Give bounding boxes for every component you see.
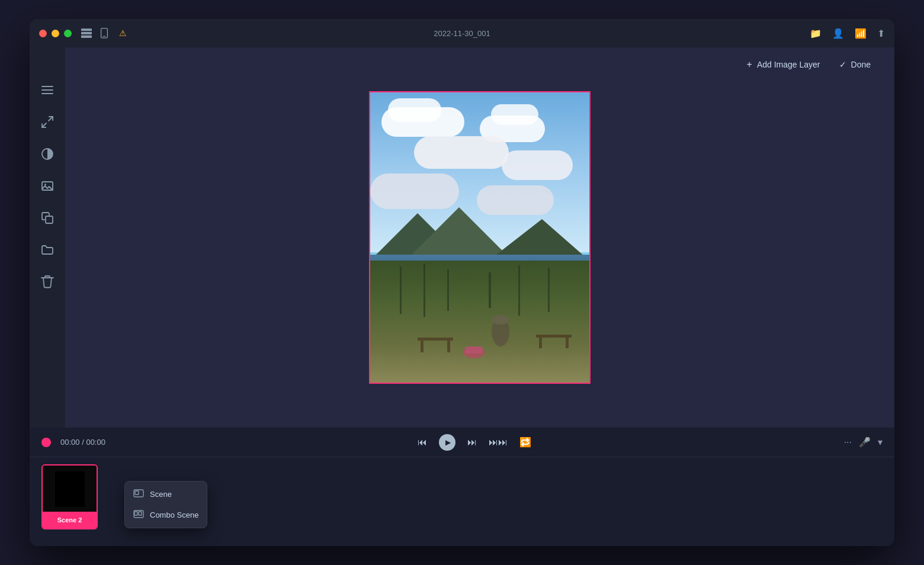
svg-rect-17 xyxy=(400,267,402,314)
svg-point-24 xyxy=(492,315,509,325)
record-button[interactable] xyxy=(41,438,51,447)
more-options-button[interactable]: ··· xyxy=(844,437,852,448)
warning-icon: ⚠ xyxy=(119,28,127,38)
time-display: 00:00 / 00:00 xyxy=(60,438,105,447)
cloud-4 xyxy=(491,104,538,125)
svg-line-9 xyxy=(42,123,46,127)
context-menu-scene[interactable]: Scene xyxy=(125,484,207,505)
svg-rect-36 xyxy=(134,512,137,515)
copy-tool[interactable] xyxy=(38,211,56,225)
scene-thumb-preview xyxy=(43,466,97,513)
app-window: ⚠ 2022-11-30_001 📁 👤 📶 ⬆ xyxy=(30,19,894,546)
skip-forward-button[interactable]: ⏭ xyxy=(467,437,477,448)
svg-rect-37 xyxy=(139,512,142,515)
transport-right: ··· 🎤 ▾ xyxy=(844,436,883,448)
user-icon-top[interactable]: 👤 xyxy=(832,28,844,39)
scene-label: Scene 2 xyxy=(43,512,97,528)
add-image-layer-button[interactable]: + Add Image Layer xyxy=(747,59,820,70)
svg-rect-13 xyxy=(46,216,53,223)
broadcast-icon-top[interactable]: 📶 xyxy=(855,28,867,39)
context-menu: Scene Combo Scene xyxy=(124,481,207,528)
window-title: 2022-11-30_001 xyxy=(434,29,490,38)
svg-rect-29 xyxy=(539,338,542,348)
svg-rect-21 xyxy=(518,265,520,316)
scene-thumb-image xyxy=(55,471,85,507)
svg-point-12 xyxy=(44,184,46,185)
svg-rect-26 xyxy=(421,341,424,352)
svg-rect-30 xyxy=(566,338,569,348)
trash-tool[interactable] xyxy=(38,275,56,289)
svg-rect-32 xyxy=(465,346,483,354)
phone-icon[interactable] xyxy=(99,29,110,37)
contrast-tool[interactable] xyxy=(38,147,56,161)
skip-to-start-button[interactable]: ⏮ xyxy=(418,437,427,448)
done-button[interactable]: ✓ Done xyxy=(839,60,871,69)
svg-rect-27 xyxy=(447,341,450,352)
transport-bar: 00:00 / 00:00 ⏮ ▶ ⏭ ⏭⏭ 🔁 ··· 🎤 ▾ xyxy=(30,428,894,457)
svg-rect-2 xyxy=(81,36,92,38)
svg-rect-18 xyxy=(424,264,425,317)
title-bar-icons: ⚠ xyxy=(81,28,127,38)
svg-line-8 xyxy=(49,117,53,121)
svg-rect-34 xyxy=(135,491,139,495)
cloud-6 xyxy=(502,150,573,180)
timeline-area: Scene 2 Scene xyxy=(30,457,894,546)
checkmark-icon: ✓ xyxy=(839,60,846,69)
ground-layer xyxy=(370,261,589,383)
scene-image-preview xyxy=(369,91,591,384)
scene-canvas xyxy=(370,92,589,383)
main-content: + Add Image Layer ✓ Done xyxy=(30,47,894,428)
title-bar-right-icons: 📁 👤 📶 ⬆ xyxy=(810,28,885,39)
plus-icon: + xyxy=(747,59,752,70)
scene-menu-icon xyxy=(133,489,144,500)
sidebar-toggle-icon[interactable] xyxy=(81,29,92,37)
scene-menu-label: Scene xyxy=(150,490,172,499)
combo-scene-menu-icon xyxy=(133,509,144,521)
combo-scene-menu-label: Combo Scene xyxy=(150,511,198,519)
cloud-2 xyxy=(388,98,441,122)
svg-rect-0 xyxy=(81,29,92,31)
mountain-layer xyxy=(370,201,589,261)
maximize-button[interactable] xyxy=(64,30,72,37)
left-sidebar xyxy=(30,47,65,428)
svg-rect-19 xyxy=(447,269,449,311)
share-icon-top[interactable]: ⬆ xyxy=(877,28,885,39)
svg-rect-1 xyxy=(81,33,92,34)
chevron-down-icon[interactable]: ▾ xyxy=(878,436,883,448)
image-toolbar: + Add Image Layer ✓ Done xyxy=(747,59,871,70)
minimize-button[interactable] xyxy=(52,30,59,37)
close-button[interactable] xyxy=(39,30,47,37)
bottom-panel: 00:00 / 00:00 ⏮ ▶ ⏭ ⏭⏭ 🔁 ··· 🎤 ▾ xyxy=(30,428,894,546)
microphone-button[interactable]: 🎤 xyxy=(859,436,871,448)
transform-tool[interactable] xyxy=(38,115,56,129)
cloud-5 xyxy=(414,136,509,169)
folder-tool[interactable] xyxy=(38,243,56,257)
svg-rect-28 xyxy=(536,335,572,338)
layers-tool[interactable] xyxy=(38,83,56,97)
traffic-lights xyxy=(39,30,72,37)
folder-icon-top[interactable]: 📁 xyxy=(810,28,822,39)
svg-rect-20 xyxy=(489,272,491,308)
image-tool[interactable] xyxy=(38,179,56,193)
scene-thumbnail[interactable]: Scene 2 xyxy=(41,464,98,529)
title-bar: ⚠ 2022-11-30_001 📁 👤 📶 ⬆ xyxy=(30,19,894,47)
loop-button[interactable]: 🔁 xyxy=(519,436,531,448)
svg-rect-25 xyxy=(418,338,453,341)
skip-end-button[interactable]: ⏭⏭ xyxy=(489,437,508,448)
play-button[interactable]: ▶ xyxy=(439,434,455,451)
canvas-area: + Add Image Layer ✓ Done xyxy=(65,47,894,428)
context-menu-combo-scene[interactable]: Combo Scene xyxy=(125,505,207,525)
transport-controls: ⏮ ▶ ⏭ ⏭⏭ 🔁 xyxy=(115,434,835,451)
svg-rect-22 xyxy=(548,268,550,312)
